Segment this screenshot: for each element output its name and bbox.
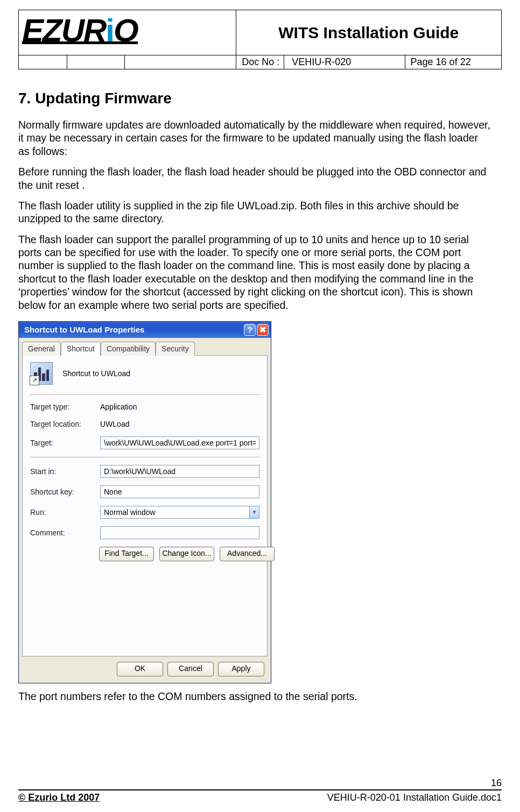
shortcut-name-label: Shortcut to UWLoad [62, 369, 130, 379]
tab-strip: General Shortcut Compatibility Security [19, 338, 271, 356]
label-target-location: Target location: [30, 420, 100, 429]
find-target-button[interactable]: Find Target... [99, 547, 154, 561]
run-select[interactable]: Normal window ▼ [100, 506, 259, 519]
run-select-value: Normal window [104, 508, 156, 518]
change-icon-button[interactable]: Change Icon... [159, 547, 214, 561]
label-target: Target: [30, 439, 100, 448]
tab-compatibility[interactable]: Compatibility [101, 342, 156, 356]
copyright: © Ezurio Ltd 2007 [18, 792, 100, 804]
section-heading: 7. Updating Firmware [18, 89, 502, 108]
properties-dialog: Shortcut to UWLoad Properties ? ✖ Genera… [18, 321, 271, 684]
label-comment: Comment: [30, 528, 100, 538]
label-start-in: Start in: [30, 467, 100, 477]
start-in-input[interactable] [100, 465, 259, 478]
page-number: 16 [18, 777, 502, 789]
doc-title: WITS Installation Guide [278, 24, 459, 41]
dialog-footer: OK Cancel Apply [19, 656, 271, 683]
label-run: Run: [30, 508, 100, 518]
ok-button[interactable]: OK [117, 662, 163, 676]
tab-panel-shortcut: Shortcut to UWLoad Target type: Applicat… [22, 355, 268, 656]
document-header: EZURiO WITS Installation Guide Doc No : … [18, 10, 502, 69]
paragraph-2: Before running the flash loader, the fla… [18, 165, 492, 192]
dialog-titlebar: Shortcut to UWLoad Properties ? ✖ [19, 322, 271, 338]
paragraph-1: Normally firmware updates are downloaded… [18, 118, 492, 158]
advanced-button[interactable]: Advanced... [220, 547, 275, 561]
footer-filename: VEHIU-R-020-01 Installation Guide.doc1 [327, 792, 502, 804]
paragraph-5: The port numbers refer to the COM number… [18, 690, 492, 703]
close-icon[interactable]: ✖ [257, 324, 269, 336]
tab-shortcut[interactable]: Shortcut [61, 342, 101, 356]
paragraph-4: The flash loader can support the paralle… [18, 233, 492, 312]
docno-value: VEHIU-R-020 [284, 55, 405, 69]
target-input[interactable] [100, 436, 259, 449]
chevron-down-icon[interactable]: ▼ [249, 506, 259, 518]
value-target-type: Application [100, 403, 137, 412]
shortcut-file-icon [30, 362, 53, 385]
comment-input[interactable] [100, 526, 259, 539]
ezurio-logo: EZURiO [22, 21, 233, 44]
tab-security[interactable]: Security [156, 342, 195, 356]
help-icon[interactable]: ? [244, 324, 256, 336]
shortcut-key-input[interactable] [100, 485, 259, 498]
value-target-location: UWLoad [100, 420, 129, 429]
paragraph-3: The flash loader utility is supplied in … [18, 199, 492, 225]
label-target-type: Target type: [30, 403, 100, 412]
page-footer: 16 © Ezurio Ltd 2007 VEHIU-R-020-01 Inst… [18, 777, 502, 803]
apply-button[interactable]: Apply [218, 662, 264, 676]
page-indicator: Page 16 of 22 [405, 55, 501, 69]
cancel-button[interactable]: Cancel [167, 662, 214, 676]
tab-general[interactable]: General [22, 342, 61, 356]
label-shortcut-key: Shortcut key: [30, 488, 100, 497]
docno-label: Doc No : [236, 55, 284, 69]
dialog-title: Shortcut to UWLoad Properties [24, 325, 243, 335]
